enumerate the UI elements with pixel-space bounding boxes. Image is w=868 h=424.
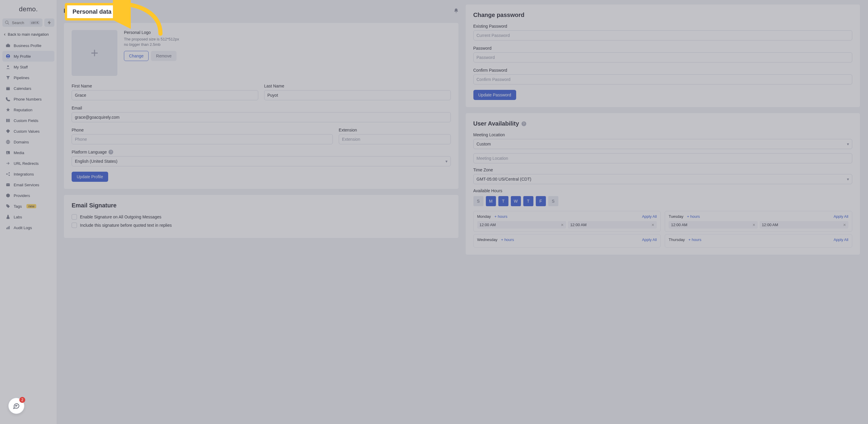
schedule-day-label: Wednesday bbox=[477, 237, 497, 242]
chat-widget[interactable]: 2 bbox=[8, 398, 24, 414]
close-icon[interactable]: ✕ bbox=[752, 223, 755, 227]
sidebar-item-custom-values[interactable]: Custom Values bbox=[2, 126, 54, 137]
sidebar-item-email-services[interactable]: Email Services bbox=[2, 179, 54, 190]
search-icon bbox=[5, 20, 9, 25]
day-toggle[interactable]: S bbox=[548, 196, 558, 206]
language-select[interactable]: English (United States) ▾ bbox=[72, 156, 451, 166]
meeting-location-select[interactable]: Custom ▾ bbox=[473, 139, 852, 149]
quick-action-button[interactable] bbox=[44, 19, 54, 27]
language-value: English (United States) bbox=[75, 159, 117, 164]
timezone-select[interactable]: GMT-05:00 US/Central (CDT) ▾ bbox=[473, 174, 852, 184]
new-password-input[interactable] bbox=[473, 52, 852, 62]
sidebar-item-my-profile[interactable]: My Profile bbox=[2, 51, 54, 62]
phone-label: Phone bbox=[72, 128, 333, 133]
mail-icon bbox=[5, 182, 11, 188]
sidebar-item-pipelines[interactable]: Pipelines bbox=[2, 72, 54, 83]
day-toggle[interactable]: S bbox=[473, 196, 484, 206]
apply-all-link[interactable]: Apply All bbox=[834, 237, 848, 242]
day-toggle[interactable]: M bbox=[486, 196, 496, 206]
add-hours-link[interactable]: + hours bbox=[501, 237, 514, 242]
update-password-button[interactable]: Update Password bbox=[473, 90, 517, 100]
close-icon[interactable]: ✕ bbox=[651, 223, 654, 227]
back-nav-link[interactable]: Back to main navigation bbox=[0, 30, 57, 39]
help-icon[interactable]: ? bbox=[108, 150, 113, 154]
apply-all-link[interactable]: Apply All bbox=[642, 237, 657, 242]
update-profile-button[interactable]: Update Profile bbox=[72, 172, 108, 182]
sidebar-item-providers[interactable]: Providers bbox=[2, 190, 54, 201]
close-icon[interactable]: ✕ bbox=[561, 223, 564, 227]
last-name-input[interactable] bbox=[264, 90, 451, 100]
sidebar-item-my-staff[interactable]: My Staff bbox=[2, 62, 54, 72]
include-before-quoted-checkbox[interactable] bbox=[72, 223, 77, 228]
day-toggle[interactable]: T bbox=[498, 196, 508, 206]
sidebar-item-reputation[interactable]: Reputation bbox=[2, 105, 54, 115]
time-from[interactable]: 12:00 AM✕ bbox=[477, 221, 566, 228]
meeting-location-value: Custom bbox=[477, 142, 491, 146]
globe-icon bbox=[5, 139, 11, 145]
sidebar-item-audit-logs[interactable]: Audit Logs bbox=[2, 222, 54, 233]
search-input[interactable]: Search ctrl K bbox=[2, 19, 42, 27]
meeting-location-label: Meeting Location bbox=[473, 133, 852, 137]
add-hours-link[interactable]: + hours bbox=[687, 214, 700, 219]
sidebar-item-integrations[interactable]: Integrations bbox=[2, 169, 54, 179]
add-hours-link[interactable]: + hours bbox=[494, 214, 507, 219]
sidebar-item-label: My Staff bbox=[14, 65, 28, 69]
existing-password-label: Existing Password bbox=[473, 24, 852, 29]
time-to[interactable]: 12:00 AM✕ bbox=[568, 221, 657, 228]
remove-logo-button[interactable]: Remove bbox=[151, 51, 177, 61]
sidebar-item-calendars[interactable]: Calendars bbox=[2, 83, 54, 94]
first-name-input[interactable] bbox=[72, 90, 258, 100]
sidebar: demo. Search ctrl K Back to main navigat… bbox=[0, 0, 57, 424]
sidebar-item-custom-fields[interactable]: Custom Fields bbox=[2, 115, 54, 126]
sidebar-item-label: Reputation bbox=[14, 108, 32, 112]
schedule-day-label: Monday bbox=[477, 214, 491, 219]
sidebar-item-label: Media bbox=[14, 150, 24, 155]
sidebar-item-tags[interactable]: Tagsnew bbox=[2, 201, 54, 211]
apply-all-link[interactable]: Apply All bbox=[642, 214, 657, 219]
sidebar-item-url-redirects[interactable]: URL Redirects bbox=[2, 158, 54, 169]
day-toggle[interactable]: F bbox=[536, 196, 546, 206]
user-icon bbox=[5, 64, 11, 69]
change-logo-button[interactable]: Change bbox=[124, 51, 149, 61]
confirm-password-input[interactable] bbox=[473, 75, 852, 85]
svg-point-13 bbox=[7, 152, 8, 153]
timezone-value: GMT-05:00 US/Central (CDT) bbox=[477, 177, 531, 181]
apply-all-link[interactable]: Apply All bbox=[834, 214, 848, 219]
sidebar-item-label: Audit Logs bbox=[14, 226, 32, 230]
add-hours-link[interactable]: + hours bbox=[688, 237, 701, 242]
main-content: Personal data + Personal Logo The propos… bbox=[57, 0, 868, 424]
filter-icon bbox=[5, 75, 11, 80]
sidebar-item-labs[interactable]: Labs bbox=[2, 211, 54, 222]
sidebar-item-media[interactable]: Media bbox=[2, 147, 54, 158]
include-before-quoted-label: Include this signature before quoted tex… bbox=[80, 223, 172, 228]
sidebar-item-phone-numbers[interactable]: Phone Numbers bbox=[2, 94, 54, 105]
phone-input[interactable] bbox=[72, 134, 333, 144]
time-to[interactable]: 12:00 AM✕ bbox=[760, 221, 848, 228]
notifications-button[interactable] bbox=[454, 8, 459, 13]
sidebar-item-domains[interactable]: Domains bbox=[2, 137, 54, 147]
sidebar-item-label: Integrations bbox=[14, 172, 34, 176]
image-icon bbox=[5, 150, 11, 155]
sidebar-item-label: Email Services bbox=[14, 183, 39, 187]
email-input[interactable] bbox=[72, 112, 451, 122]
logo-upload-zone[interactable]: + bbox=[72, 30, 117, 76]
schedule-day: Thursday+ hoursApply All bbox=[665, 234, 852, 248]
change-password-card: Change password Existing Password Passwo… bbox=[465, 4, 861, 107]
extension-label: Extension bbox=[339, 128, 451, 133]
svg-point-15 bbox=[9, 172, 10, 173]
sidebar-item-business-profile[interactable]: Business Profile bbox=[2, 40, 54, 51]
enable-signature-checkbox[interactable] bbox=[72, 214, 77, 220]
sidebar-item-label: URL Redirects bbox=[14, 161, 39, 166]
time-from[interactable]: 12:00 AM✕ bbox=[669, 221, 757, 228]
timezone-label: Time Zone bbox=[473, 168, 852, 172]
plus-icon: + bbox=[91, 46, 98, 60]
svg-point-5 bbox=[7, 65, 9, 67]
day-toggle[interactable]: W bbox=[511, 196, 521, 206]
help-icon[interactable]: ? bbox=[522, 121, 526, 126]
day-toggle[interactable]: T bbox=[523, 196, 533, 206]
extension-input[interactable] bbox=[339, 134, 451, 144]
existing-password-input[interactable] bbox=[473, 30, 852, 40]
email-label: Email bbox=[72, 106, 451, 110]
meeting-location-input[interactable] bbox=[473, 153, 852, 163]
close-icon[interactable]: ✕ bbox=[843, 223, 846, 227]
